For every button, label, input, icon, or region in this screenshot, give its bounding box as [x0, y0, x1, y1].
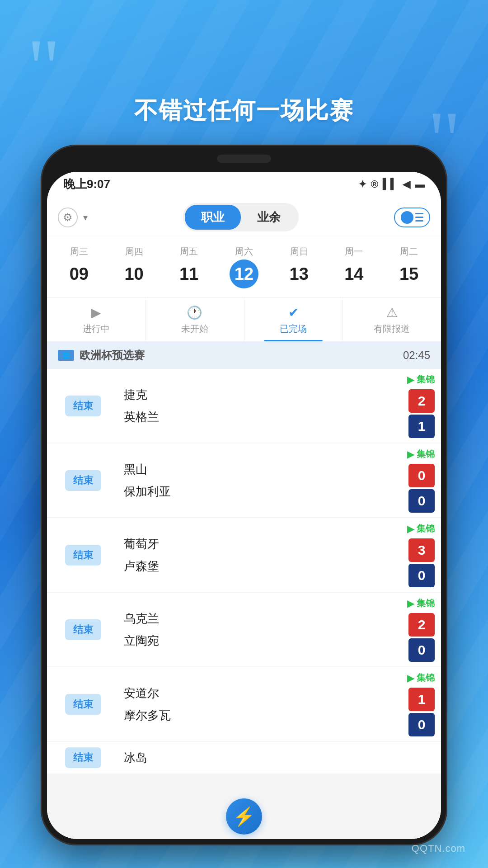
date-item-thu[interactable]: 周四 10 [114, 245, 155, 288]
highlights-button[interactable]: ▶ 集锦 [407, 373, 435, 386]
date-row: 周三 09 周四 10 周五 11 周六 12 周日 13 周一 14 [47, 238, 441, 298]
match-teams: 乌克兰 立陶宛 [119, 593, 407, 666]
highlights-button[interactable]: ▶ 集锦 [407, 448, 435, 460]
status-badge: 结束 [65, 545, 101, 566]
filter-finished[interactable]: ✔ 已完场 [244, 298, 343, 341]
bluetooth-icon: ✦ [358, 179, 366, 190]
match-teams: 冰岛 [119, 744, 441, 772]
tab-amateur[interactable]: 业余 [241, 205, 297, 230]
scores-col: 2 0 [408, 613, 435, 662]
league-left: 🌐 欧洲杯预选赛 [58, 348, 145, 363]
match-card[interactable]: 结束 黑山 保加利亚 ▶ 集锦 0 0 [47, 443, 441, 517]
tab-professional[interactable]: 职业 [185, 205, 241, 230]
score-home: 3 [408, 538, 435, 562]
filter-limited[interactable]: ⚠ 有限报道 [343, 298, 441, 341]
status-icons: ✦ ® ▍▍ ◀ ▬ [358, 179, 425, 190]
team-home: 乌克兰 [124, 611, 403, 627]
gear-icon[interactable]: ⚙ [58, 208, 78, 227]
scores-col: 2 1 [408, 389, 435, 438]
league-time: 02:45 [403, 349, 430, 362]
score-away: 1 [408, 415, 435, 438]
match-status-col: 结束 [47, 667, 119, 741]
highlights-button[interactable]: ▶ 集锦 [407, 523, 435, 535]
status-badge: 结束 [65, 694, 101, 715]
highlights-label: 集锦 [417, 448, 435, 460]
match-status-col: 结束 [47, 743, 119, 773]
toggle-button[interactable] [394, 208, 430, 227]
score-home: 2 [408, 389, 435, 413]
toggle-circle [401, 211, 413, 224]
watermark-text: QQTN.com [412, 843, 465, 854]
date-item-mon[interactable]: 周一 14 [333, 245, 374, 288]
warning-icon: ⚠ [386, 305, 398, 320]
filter-ongoing[interactable]: ▶ 进行中 [47, 298, 145, 341]
filter-limited-label: 有限报道 [374, 323, 410, 335]
date-item-fri[interactable]: 周五 11 [169, 245, 209, 288]
match-teams: 捷克 英格兰 [119, 369, 407, 443]
video-icon: ▶ [91, 305, 101, 320]
match-teams: 葡萄牙 卢森堡 [119, 518, 407, 592]
date-item-wed[interactable]: 周三 09 [59, 245, 99, 288]
team-away: 英格兰 [124, 409, 403, 425]
status-badge: 结束 [65, 396, 101, 416]
check-icon: ✔ [288, 305, 299, 320]
match-card[interactable]: 结束 葡萄牙 卢森堡 ▶ 集锦 3 0 [47, 518, 441, 592]
filter-upcoming-label: 未开始 [181, 323, 208, 335]
bottom-bar: ⚡ [47, 798, 441, 839]
score-away: 0 [408, 564, 435, 587]
highlights-button[interactable]: ▶ 集锦 [407, 672, 435, 684]
team-home: 黑山 [124, 462, 403, 477]
match-status-col: 结束 [47, 593, 119, 666]
score-away: 0 [408, 489, 435, 513]
highlights-label: 集锦 [417, 523, 435, 535]
scores-col: 1 0 [408, 688, 435, 736]
date-item-sat[interactable]: 周六 12 [224, 245, 264, 288]
day-num-14: 14 [339, 259, 368, 288]
scores-col: 0 0 [408, 464, 435, 513]
watermark: QQTN.com [412, 843, 465, 854]
status-badge: 结束 [65, 619, 101, 640]
play-icon: ▶ [407, 598, 414, 609]
filter-row: ▶ 进行中 🕐 未开始 ✔ 已完场 ⚠ 有限报道 [47, 298, 441, 342]
date-item-sun[interactable]: 周日 13 [279, 245, 319, 288]
day-num-13: 13 [285, 259, 314, 288]
tab-group: 职业 业余 [183, 203, 299, 231]
score-home: 2 [408, 613, 435, 637]
score-away: 0 [408, 713, 435, 736]
match-right: ▶ 集锦 1 0 [407, 667, 441, 741]
highlights-label: 集锦 [417, 597, 435, 609]
toggle-lines-icon [415, 213, 423, 222]
match-right: ▶ 集锦 2 0 [407, 593, 441, 666]
lightning-button[interactable]: ⚡ [226, 798, 262, 835]
match-card[interactable]: 结束 捷克 英格兰 ▶ 集锦 2 1 [47, 369, 441, 443]
app-header: ⚙ ▾ 职业 业余 [47, 197, 441, 238]
match-card[interactable]: 结束 安道尔 摩尔多瓦 ▶ 集锦 1 0 [47, 667, 441, 741]
registered-icon: ® [371, 179, 378, 190]
play-icon: ▶ [407, 673, 414, 684]
team-away: 立陶宛 [124, 633, 403, 649]
team-home: 葡萄牙 [124, 536, 403, 552]
play-icon: ▶ [407, 374, 414, 385]
team-away: 卢森堡 [124, 558, 403, 574]
weekday-mon: 周一 [345, 245, 363, 258]
team-home: 冰岛 [124, 750, 436, 766]
headline: 不错过任何一场比赛 [0, 95, 488, 127]
match-card[interactable]: 结束 乌克兰 立陶宛 ▶ 集锦 2 0 [47, 593, 441, 666]
signal-icon: ▍▍ [383, 179, 398, 190]
match-card-partial[interactable]: 结束 冰岛 [47, 742, 441, 774]
play-icon: ▶ [407, 524, 414, 534]
highlights-button[interactable]: ▶ 集锦 [407, 597, 435, 609]
status-time: 晚上9:07 [63, 176, 110, 192]
weekday-tue: 周二 [400, 245, 418, 258]
match-teams: 安道尔 摩尔多瓦 [119, 667, 407, 741]
league-flag-icon: 🌐 [58, 350, 74, 361]
dropdown-arrow-icon[interactable]: ▾ [83, 212, 88, 223]
content-area: 🌐 欧洲杯预选赛 02:45 结束 捷克 英格兰 ▶ 集锦 [47, 342, 441, 839]
date-item-tue[interactable]: 周二 15 [389, 245, 429, 288]
clock-icon: 🕐 [187, 305, 202, 320]
match-status-col: 结束 [47, 518, 119, 592]
weekday-sun: 周日 [290, 245, 308, 258]
score-home: 1 [408, 688, 435, 711]
filter-upcoming[interactable]: 🕐 未开始 [145, 298, 244, 341]
match-right: ▶ 集锦 0 0 [407, 443, 441, 517]
